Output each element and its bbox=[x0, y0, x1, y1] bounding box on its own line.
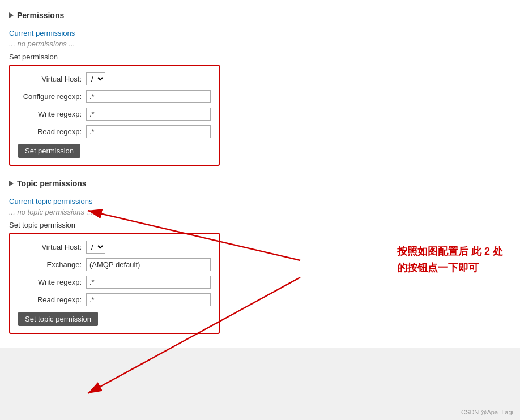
watermark: CSDN @Apa_Lagi bbox=[461, 409, 513, 415]
read-regexp-row: Read regexp: bbox=[18, 125, 211, 138]
configure-regexp-input[interactable] bbox=[86, 90, 211, 103]
annotation-line2: 的按钮点一下即可 bbox=[397, 262, 479, 273]
set-permission-button[interactable]: Set permission bbox=[18, 144, 80, 158]
topic-read-regexp-input[interactable] bbox=[86, 293, 211, 306]
set-topic-permission-form: Virtual Host: / Exchange: Write regexp: … bbox=[9, 233, 220, 334]
write-regexp-input[interactable] bbox=[86, 108, 211, 121]
topic-write-regexp-label: Write regexp: bbox=[18, 278, 86, 286]
set-topic-permission-label: Set topic permission bbox=[9, 221, 511, 229]
topic-virtual-host-select[interactable]: / bbox=[86, 241, 105, 254]
topic-virtual-host-row: Virtual Host: / bbox=[18, 241, 211, 254]
permissions-section-header: Permissions bbox=[9, 6, 511, 24]
current-permissions-link[interactable]: Current permissions bbox=[9, 29, 75, 37]
permissions-title: Permissions bbox=[17, 11, 64, 20]
configure-regexp-label: Configure regexp: bbox=[18, 92, 86, 101]
topic-write-regexp-input[interactable] bbox=[86, 276, 211, 289]
topic-read-regexp-label: Read regexp: bbox=[18, 295, 86, 304]
no-topic-permissions-text: ... no topic permissions ... bbox=[9, 208, 511, 216]
triangle-icon-2 bbox=[9, 181, 14, 186]
annotation-text: 按照如图配置后 此 2 处 的按钮点一下即可 bbox=[397, 243, 503, 276]
virtual-host-row: Virtual Host: / bbox=[18, 72, 211, 85]
read-regexp-label: Read regexp: bbox=[18, 127, 86, 136]
set-permission-form: Virtual Host: / Configure regexp: Write … bbox=[9, 65, 220, 166]
write-regexp-label: Write regexp: bbox=[18, 110, 86, 118]
exchange-input[interactable] bbox=[86, 258, 211, 271]
set-permission-label: Set permission bbox=[9, 53, 511, 61]
virtual-host-label: Virtual Host: bbox=[18, 75, 86, 83]
annotation-line1: 按照如图配置后 此 2 处 bbox=[397, 246, 503, 257]
topic-write-regexp-row: Write regexp: bbox=[18, 276, 211, 289]
topic-permissions-section-header: Topic permissions bbox=[9, 174, 511, 192]
read-regexp-input[interactable] bbox=[86, 125, 211, 138]
no-permissions-text: ... no permissions ... bbox=[9, 40, 511, 48]
virtual-host-select[interactable]: / bbox=[86, 72, 105, 85]
topic-permissions-title: Topic permissions bbox=[17, 179, 87, 188]
exchange-row: Exchange: bbox=[18, 258, 211, 271]
set-topic-permission-button[interactable]: Set topic permission bbox=[18, 312, 98, 326]
triangle-icon bbox=[9, 12, 14, 18]
topic-virtual-host-label: Virtual Host: bbox=[18, 243, 86, 251]
topic-read-regexp-row: Read regexp: bbox=[18, 293, 211, 306]
exchange-label: Exchange: bbox=[18, 260, 86, 269]
current-topic-permissions-link[interactable]: Current topic permissions bbox=[9, 197, 92, 205]
write-regexp-row: Write regexp: bbox=[18, 108, 211, 121]
configure-regexp-row: Configure regexp: bbox=[18, 90, 211, 103]
